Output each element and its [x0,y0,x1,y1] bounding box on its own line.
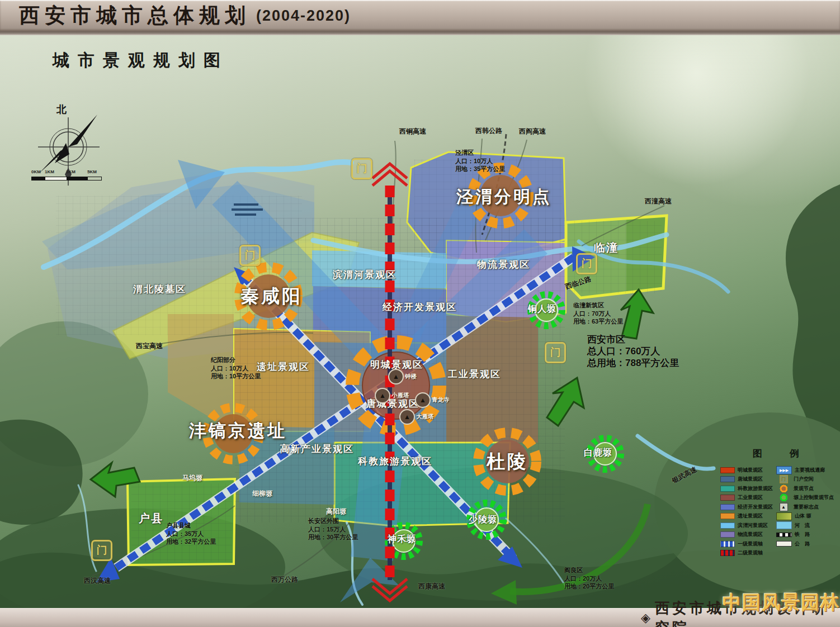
legend-symbol-label: 门户空间 [794,476,814,483]
sight-corridor-icon: ▶▶▶ [776,466,792,474]
footer-bar: ◈ 西安市城市规划设计研究院 [0,608,840,627]
legend-symbol-label: 重要标志点 [794,504,819,511]
legend-area-label: 唐城景观区 [738,476,763,483]
legend-symbol-row: 公 路 [776,540,835,547]
legend-symbol-row: 门 门户空间 [776,476,835,483]
legend-area-label: 物流景观区 [738,531,763,538]
scale-bar-ticks: 0KM 1KM 3KM 5KM [31,169,102,175]
xian-city-stats: 西安市区 总人口：760万人 总用地：788平方公里 [587,334,679,369]
scale-bar-segments [31,177,102,180]
legend-area-row: 一级景观轴 [720,540,776,547]
institute-logo-icon: ◈ [641,612,650,624]
legend-area-swatch [720,495,735,501]
legend-symbol-label: 公 路 [795,540,810,548]
legend-area-swatch [720,550,735,556]
scale-tick: 3KM [66,169,75,174]
legend-symbol-row: 山体 塬 [776,513,835,520]
road-icon [776,541,792,547]
legend-symbol-row: 塬上控制景观节点 [776,495,835,501]
legend-area-row: 滨渭河景观区 [720,522,776,529]
legend-area-label: 一级景观轴 [738,540,763,548]
legend-area-row: 唐城景观区 [720,476,776,483]
legend-area-row: 物流景观区 [720,531,776,538]
legend-symbol-label: 山体 塬 [795,512,811,520]
title-divider [0,31,840,35]
legend-symbol-row: 铁 路 [776,531,835,538]
legend-area-column: 明城景观区唐城景观区科教旅游景观区工业景观区经济开发景观区遗址景观区滨渭河景观区… [720,467,776,559]
mountain-icon [776,512,792,520]
legend-area-swatch [720,486,735,492]
legend-area-swatch [720,467,735,473]
legend-area-row: 明城景观区 [720,467,776,473]
legend-symbol-label: 主要视线通廊 [795,467,825,474]
page-title: 西安市城市总体规划 [19,2,251,30]
site-watermark: 中国风景园林网 [723,590,840,615]
legend-area-label: 经济开发景观区 [738,504,773,511]
legend-area-row: 经济开发景观区 [720,504,776,510]
legend-area-swatch [720,522,735,529]
legend-area-swatch [720,541,735,547]
legend-symbol-row: ▶▶▶ 主要视线通廊 [776,467,835,473]
legend-area-swatch [720,504,735,510]
landscape-node-icon [780,484,788,493]
legend-symbol-label: 河 流 [795,522,810,529]
city-stats-title: 西安市区 [587,334,679,345]
planning-map-page: 渭北陵墓区滨渭河景观区经济开发景观区物流景观区遗址景观区明城景观区唐城景观区工业… [0,0,840,627]
legend-symbol-label: 塬上控制景观节点 [794,494,834,501]
map-graphics [0,0,840,627]
legend-area-row: 二级景观轴 [720,550,776,557]
legend-area-swatch [720,513,735,519]
landmark-icon: ▲ [780,503,788,511]
legend-area-swatch [720,476,735,482]
scale-tick: 0KM [31,169,41,174]
plateau-node-icon [780,493,788,502]
map-subtitle: 城市景观规划图 [53,49,229,72]
legend-symbol-row: 景观节点 [776,485,835,492]
north-label: 北 [56,103,67,116]
legend: 图 例 明城景观区唐城景观区科教旅游景观区工业景观区经济开发景观区遗址景观区滨渭… [720,447,835,559]
title-bar: 西安市城市总体规划 (2004-2020) [0,0,840,31]
legend-area-label: 滨渭河景观区 [738,522,768,529]
legend-area-label: 工业景观区 [738,494,763,501]
legend-symbol-row: ▲ 重要标志点 [776,504,835,510]
legend-area-row: 工业景观区 [720,495,776,501]
legend-symbol-label: 景观节点 [794,485,814,492]
legend-symbol-row: 河 流 [776,522,835,529]
legend-area-label: 二级景观轴 [738,549,763,557]
scale-tick: 1KM [45,169,54,174]
legend-area-label: 明城景观区 [738,467,763,474]
legend-area-swatch [720,531,735,538]
page-title-years: (2004-2020) [256,7,351,25]
railway-icon [776,533,792,537]
scale-bar: 0KM 1KM 3KM 5KM [31,169,102,180]
scale-tick: 5KM [87,169,97,174]
gateway-icon: 门 [780,475,788,483]
legend-symbol-label: 铁 路 [795,531,810,538]
legend-area-row: 科教旅游景观区 [720,485,776,492]
city-stats-population: 总人口：760万人 [587,345,679,357]
river-icon [776,521,792,529]
legend-title: 图 例 [753,447,835,460]
legend-area-label: 遗址景观区 [738,512,763,520]
legend-area-row: 遗址景观区 [720,513,776,520]
city-stats-area: 总用地：788平方公里 [587,357,679,369]
legend-symbol-column: ▶▶▶ 主要视线通廊 门 门户空间 景观节点 塬上控制景观节点 ▲ 重要 [776,467,835,559]
legend-area-label: 科教旅游景观区 [738,485,773,492]
